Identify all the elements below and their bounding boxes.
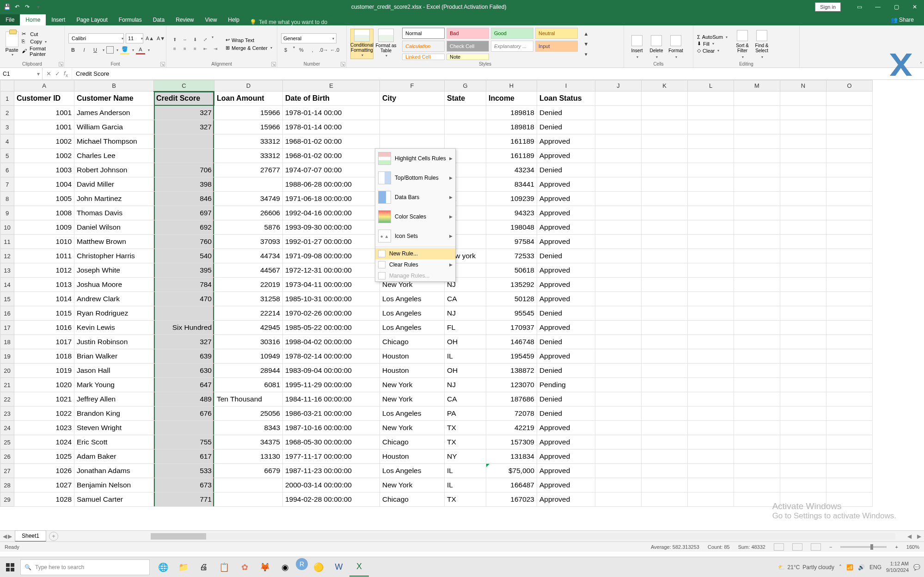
autosum-button[interactable]: ΣAutoSum▾ — [697, 34, 728, 40]
cell-A5[interactable]: 1002 — [14, 149, 74, 163]
cell-B27[interactable]: Jonathan Adams — [74, 464, 154, 478]
alignment-launcher-icon[interactable]: ↘ — [271, 62, 276, 67]
cell-H28[interactable]: 166487 — [486, 478, 537, 492]
row-header-7[interactable]: 7 — [0, 177, 14, 192]
cell-A21[interactable]: 1020 — [14, 378, 74, 392]
cell-G26[interactable]: NY — [445, 449, 486, 464]
cell-J10[interactable] — [595, 220, 642, 235]
cell-M21[interactable] — [734, 378, 780, 392]
cell-B15[interactable]: Andrew Clark — [74, 292, 154, 306]
cf-manage-rules[interactable]: Manage Rules... — [375, 270, 455, 281]
cell-L6[interactable] — [688, 163, 734, 177]
collapse-ribbon-icon[interactable]: ˄ — [920, 61, 922, 67]
cell-C4[interactable] — [154, 134, 214, 149]
cell-F24[interactable]: New York — [380, 421, 445, 435]
cell-D27[interactable]: 6679 — [214, 464, 283, 478]
cell-B21[interactable]: Mark Young — [74, 378, 154, 392]
cell-L22[interactable] — [688, 392, 734, 407]
cell-K28[interactable] — [642, 478, 688, 492]
cell-N28[interactable] — [780, 478, 826, 492]
cell-G18[interactable]: OH — [445, 335, 486, 349]
cell-G25[interactable]: TX — [445, 435, 486, 449]
cell-H27[interactable]: $75,000 — [486, 464, 537, 478]
scroll-right-icon[interactable]: ▶ — [914, 533, 924, 540]
cell-D11[interactable]: 37093 — [214, 235, 283, 249]
cell-I18[interactable]: Denied — [537, 335, 595, 349]
cell-A17[interactable]: 1016 — [14, 321, 74, 335]
sheet-tab-sheet1[interactable]: Sheet1 — [15, 530, 46, 542]
cell-O12[interactable] — [826, 249, 873, 263]
font-color-button[interactable]: A — [136, 45, 145, 55]
cf-color-scales[interactable]: Color Scales▶ — [375, 207, 455, 226]
cell-H26[interactable]: 131834 — [486, 449, 537, 464]
cell-E22[interactable]: 1984-11-16 00:00:00 — [283, 392, 380, 407]
taskbar-app-icon-3[interactable]: ✿ — [235, 558, 254, 577]
cell-F22[interactable]: New York — [380, 392, 445, 407]
cell-G23[interactable]: PA — [445, 407, 486, 421]
align-middle-icon[interactable]: ↔ — [180, 35, 190, 43]
cell-O10[interactable] — [826, 220, 873, 235]
cell-M17[interactable] — [734, 321, 780, 335]
cell-M25[interactable] — [734, 435, 780, 449]
cell-J28[interactable] — [595, 478, 642, 492]
tab-file[interactable]: File — [0, 14, 20, 25]
cell-M14[interactable] — [734, 278, 780, 292]
cell-C27[interactable]: 533 — [154, 464, 214, 478]
copy-button[interactable]: ⎘Copy▾ — [22, 38, 61, 45]
row-header-4[interactable]: 4 — [0, 134, 14, 149]
cell-H21[interactable]: 123070 — [486, 378, 537, 392]
cell-D22[interactable]: Ten Thousand — [214, 392, 283, 407]
style-check-cell[interactable]: Check Cell — [447, 41, 489, 52]
cell-C21[interactable]: 647 — [154, 378, 214, 392]
cell-B12[interactable]: Christopher Harris — [74, 249, 154, 263]
cell-A13[interactable]: 1012 — [14, 263, 74, 278]
cell-H15[interactable]: 50128 — [486, 292, 537, 306]
cell-D8[interactable]: 34749 — [214, 192, 283, 206]
cell-J19[interactable] — [595, 349, 642, 364]
cell-G21[interactable]: NJ — [445, 378, 486, 392]
taskbar-rstudio-icon[interactable]: R — [296, 558, 308, 570]
cell-O22[interactable] — [826, 392, 873, 407]
cell-A28[interactable]: 1027 — [14, 478, 74, 492]
cell-H13[interactable]: 50618 — [486, 263, 537, 278]
cell-O26[interactable] — [826, 449, 873, 464]
cell-M1[interactable] — [734, 91, 780, 106]
increase-font-icon[interactable]: A▲ — [145, 34, 154, 43]
cell-B16[interactable]: Ryan Rodriguez — [74, 306, 154, 321]
style-neutral[interactable]: Neutral — [535, 28, 578, 39]
tray-language-icon[interactable]: ENG — [869, 564, 881, 571]
cell-L17[interactable] — [688, 321, 734, 335]
cell-M23[interactable] — [734, 407, 780, 421]
cell-I10[interactable]: Approved — [537, 220, 595, 235]
cell-A22[interactable]: 1021 — [14, 392, 74, 407]
cell-G19[interactable]: IL — [445, 349, 486, 364]
cell-L16[interactable] — [688, 306, 734, 321]
cell-F20[interactable]: Houston — [380, 364, 445, 378]
cell-C10[interactable]: 692 — [154, 220, 214, 235]
decrease-indent-icon[interactable]: ⇤ — [201, 44, 210, 53]
cell-I12[interactable]: Denied — [537, 249, 595, 263]
cell-D14[interactable]: 22019 — [214, 278, 283, 292]
cell-O13[interactable] — [826, 263, 873, 278]
zoom-out-icon[interactable]: − — [829, 544, 832, 550]
cell-G29[interactable]: TX — [445, 492, 486, 507]
style-note[interactable]: Note — [447, 54, 489, 60]
cell-O27[interactable] — [826, 464, 873, 478]
column-header-D[interactable]: D — [214, 80, 283, 91]
cell-D12[interactable]: 44734 — [214, 249, 283, 263]
cell-H12[interactable]: 72533 — [486, 249, 537, 263]
orientation-icon[interactable]: ⤢ — [201, 35, 210, 43]
cell-B1[interactable]: Customer Name — [74, 91, 154, 106]
cell-O25[interactable] — [826, 435, 873, 449]
cell-L9[interactable] — [688, 206, 734, 220]
cell-K14[interactable] — [642, 278, 688, 292]
cell-O20[interactable] — [826, 364, 873, 378]
cell-D10[interactable]: 5876 — [214, 220, 283, 235]
taskbar-clock[interactable]: 1:12 AM 9/10/2024 — [886, 561, 909, 573]
cell-L5[interactable] — [688, 149, 734, 163]
increase-decimal-icon[interactable]: .0→ — [319, 45, 328, 55]
cell-C20[interactable]: 630 — [154, 364, 214, 378]
zoom-level[interactable]: 160% — [906, 544, 919, 550]
cell-K9[interactable] — [642, 206, 688, 220]
cell-M19[interactable] — [734, 349, 780, 364]
